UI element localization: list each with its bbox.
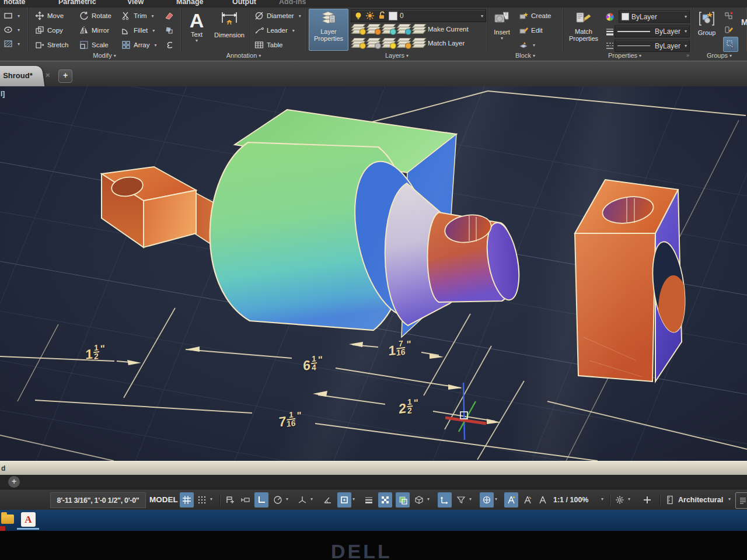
diameter-button[interactable]: Diameter▾ [254, 11, 301, 20]
layers-panel-label[interactable]: Layers▾ [306, 51, 487, 61]
dynamic-ucs-icon[interactable] [438, 492, 452, 508]
autocad-taskbar-icon[interactable]: A [21, 512, 36, 527]
copy-button[interactable]: Copy [35, 26, 63, 35]
viewport-controls-cutoff[interactable]: l] [1, 90, 5, 98]
3dosnap-caret-icon[interactable]: ▾ [427, 496, 430, 502]
isometric-drafting-icon[interactable] [295, 492, 309, 508]
polar-caret-icon[interactable]: ▾ [286, 496, 288, 502]
group-selection-toggle-icon[interactable] [723, 37, 738, 52]
make-current-icon[interactable] [413, 24, 425, 34]
leader-button[interactable]: Leader▾ [254, 26, 295, 35]
selection-cycling-icon[interactable] [396, 492, 410, 508]
ellipse-tool-icon[interactable]: ▾ [4, 25, 20, 34]
model-space-button[interactable]: MODEL [147, 492, 180, 507]
modify-panel-label[interactable]: Modify▾ [28, 51, 181, 61]
isodraft-caret-icon[interactable]: ▾ [310, 496, 313, 502]
match-layer-button[interactable]: Match Layer [428, 40, 465, 47]
create-block-button[interactable]: Create [519, 11, 551, 20]
clip-icon[interactable] [165, 40, 174, 50]
group-edit-icon[interactable] [724, 25, 734, 34]
layer-edit-icon[interactable] [367, 38, 380, 48]
units-value[interactable]: Architectural [678, 492, 723, 508]
text-button[interactable]: A Text▾ [187, 10, 207, 43]
layer-lock-icon[interactable] [397, 24, 410, 34]
color-wheel-icon[interactable] [605, 12, 615, 22]
annotation-scale-icon[interactable] [536, 492, 550, 508]
scale-button[interactable]: Scale [79, 40, 109, 50]
layer-dropdown[interactable]: 0 ▾ [351, 9, 486, 22]
layer-unlock-all-icon[interactable] [397, 38, 410, 48]
lineweight-display-icon[interactable] [362, 492, 376, 508]
layer-on-all-icon[interactable] [352, 38, 365, 48]
grid-display-icon[interactable] [180, 492, 194, 508]
drawing-viewport[interactable]: l] 112" 614" 1716" 212" 7116" [0, 86, 747, 461]
file-tab-shroud[interactable]: Shroud* [0, 66, 45, 87]
ortho-mode-icon[interactable] [254, 492, 268, 508]
erase-icon[interactable] [165, 11, 174, 20]
polar-tracking-icon[interactable] [271, 492, 285, 508]
fillet-button[interactable]: Fillet▾ [121, 26, 155, 35]
stretch-button[interactable]: Stretch [35, 40, 68, 50]
dynamic-input-icon[interactable] [238, 492, 252, 508]
array-button[interactable]: Array▾ [121, 40, 157, 50]
ungroup-icon[interactable] [724, 11, 734, 20]
3d-object-snap-icon[interactable] [412, 492, 426, 508]
ribbon-tab-addins[interactable]: Add-ins [279, 0, 306, 8]
object-snap-icon[interactable] [337, 492, 351, 508]
ribbon-tab-parametric[interactable]: Parametric [58, 0, 96, 8]
lineweight-dropdown[interactable]: ByLayer▾ [615, 25, 690, 37]
groups-panel-label[interactable]: Groups▾ [692, 51, 747, 61]
layer-properties-button[interactable]: LayerProperties [309, 9, 348, 51]
group-button[interactable]: Group [693, 10, 721, 36]
command-line-bar[interactable]: d [0, 461, 747, 475]
rectangle-tool-icon[interactable]: ▾ [4, 11, 20, 20]
units-caret-icon[interactable]: ▾ [728, 496, 731, 502]
layer-freeze-icon[interactable] [367, 24, 380, 34]
isolate-objects-icon[interactable] [735, 492, 747, 509]
workspace-gear-icon[interactable] [613, 492, 627, 508]
properties-expander-icon[interactable]: » [686, 51, 689, 60]
block-panel-label[interactable]: Block▾ [487, 51, 563, 61]
infer-constraints-icon[interactable] [223, 492, 237, 508]
linetype-dropdown[interactable]: ByLayer▾ [615, 40, 690, 52]
layer-isolate-icon[interactable] [382, 24, 395, 34]
close-tab-icon[interactable]: × [46, 71, 50, 79]
customize-plus-icon[interactable] [638, 492, 656, 508]
gizmo-icon[interactable] [480, 492, 494, 508]
dimension-button[interactable]: Dimension [211, 10, 247, 38]
annoscale-caret-icon[interactable]: ▾ [601, 496, 603, 502]
ribbon-tab-annotate[interactable]: notate [4, 0, 26, 8]
object-snap-tracking-icon[interactable] [321, 492, 335, 508]
annotation-scale-value[interactable]: 1:1 / 100% [553, 492, 588, 508]
gizmo-caret-icon[interactable]: ▾ [495, 496, 497, 502]
ribbon-tab-view[interactable]: View [127, 0, 144, 8]
match-layer-icon[interactable] [413, 38, 425, 48]
properties-panel-label[interactable]: Properties▾» [563, 51, 692, 61]
rotate-button[interactable]: Rotate [79, 11, 111, 20]
snap-caret-icon[interactable]: ▾ [210, 496, 212, 502]
ribbon-tab-manage[interactable]: Manage [176, 0, 204, 8]
annotation-visibility-icon[interactable] [504, 492, 518, 508]
selection-filter-icon[interactable] [454, 492, 468, 508]
annotation-panel-label[interactable]: Annotation▾ [181, 51, 306, 61]
block-attributes-icon[interactable]: ▾ [519, 40, 535, 50]
layer-off-icon[interactable] [352, 24, 365, 34]
explode-icon[interactable] [165, 26, 174, 35]
insert-button[interactable]: Insert▾ [490, 10, 514, 41]
workspace-caret-icon[interactable]: ▾ [628, 496, 630, 502]
ribbon-tab-output[interactable]: Output [232, 0, 256, 8]
transparency-icon[interactable] [378, 492, 392, 508]
make-current-button[interactable]: Make Current [428, 26, 469, 33]
edit-block-button[interactable]: Edit [519, 26, 543, 35]
new-tab-button[interactable]: + [58, 69, 72, 83]
table-button[interactable]: Table [254, 40, 283, 50]
layer-dropdown-caret[interactable]: ▾ [481, 13, 483, 19]
add-layout-button[interactable]: + [8, 476, 20, 488]
trim-button[interactable]: Trim▾ [121, 11, 154, 20]
mirror-button[interactable]: Mirror [79, 26, 109, 35]
object-color-dropdown[interactable]: ByLayer▾ [619, 10, 690, 23]
osnap-caret-icon[interactable]: ▾ [352, 496, 355, 502]
move-button[interactable]: Move [35, 11, 64, 20]
match-properties-button[interactable]: MatchProperties [566, 10, 602, 42]
hatch-tool-icon[interactable]: ▾ [4, 39, 20, 48]
